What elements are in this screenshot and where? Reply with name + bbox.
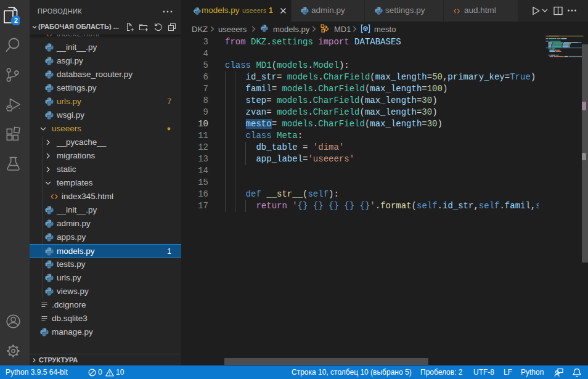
svg-text:2: 2 xyxy=(14,17,18,24)
